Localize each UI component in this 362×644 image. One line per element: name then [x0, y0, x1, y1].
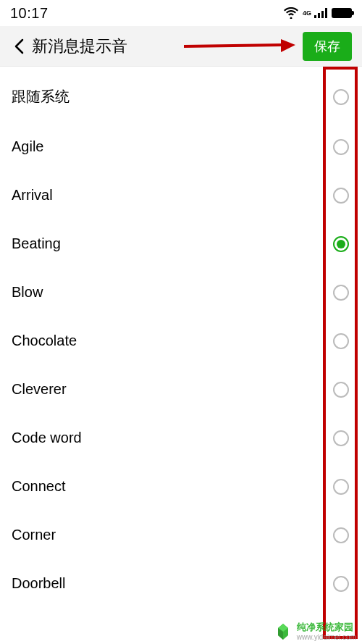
status-bar: 10:17 4G: [0, 0, 362, 26]
header-bar: 新消息提示音 保存: [0, 26, 362, 67]
radio-icon[interactable]: [333, 479, 349, 495]
sound-option[interactable]: Arrival: [0, 171, 362, 219]
sound-option[interactable]: Connect: [0, 462, 362, 511]
sound-option-label: Beating: [12, 235, 61, 252]
radio-icon[interactable]: [333, 139, 349, 155]
svg-rect-3: [325, 8, 327, 18]
battery-icon: [332, 8, 352, 18]
radio-icon[interactable]: [333, 576, 349, 592]
sound-option[interactable]: Agile: [0, 122, 362, 171]
radio-icon[interactable]: [333, 285, 349, 301]
radio-icon[interactable]: [333, 430, 349, 446]
radio-icon[interactable]: [333, 188, 349, 204]
watermark-text: 纯净系统家园 www.yidaimei.com: [297, 622, 356, 640]
watermark: 纯净系统家园 www.yidaimei.com: [274, 622, 356, 641]
sound-option-label: Chocolate: [12, 333, 77, 349]
sound-list: 跟随系统AgileArrivalBeatingBlowChocolateClev…: [0, 67, 362, 608]
signal-icon: [314, 8, 327, 18]
radio-icon[interactable]: [333, 333, 349, 349]
wifi-icon: [284, 7, 298, 19]
sound-option[interactable]: 跟随系统: [0, 71, 362, 122]
sound-option[interactable]: Cleverer: [0, 365, 362, 414]
page-title: 新消息提示音: [32, 35, 127, 57]
sound-option[interactable]: Code word: [0, 414, 362, 462]
sound-option-label: Code word: [12, 430, 82, 446]
sound-option[interactable]: Blow: [0, 268, 362, 317]
save-button[interactable]: 保存: [303, 32, 352, 61]
sound-option[interactable]: Corner: [0, 511, 362, 559]
back-button[interactable]: [9, 38, 29, 54]
radio-icon[interactable]: [333, 236, 349, 252]
svg-rect-0: [314, 15, 316, 18]
network-type-label: 4G: [303, 10, 311, 17]
radio-icon[interactable]: [333, 89, 349, 105]
watermark-logo-icon: [274, 622, 292, 641]
sound-option-label: 跟随系统: [12, 87, 70, 106]
sound-option[interactable]: Chocolate: [0, 317, 362, 365]
sound-option[interactable]: Beating: [0, 219, 362, 268]
status-icons: 4G: [284, 7, 352, 19]
sound-option-label: Agile: [12, 138, 43, 155]
svg-rect-1: [318, 13, 320, 18]
watermark-url: www.yidaimei.com: [297, 633, 356, 641]
sound-option-label: Connect: [12, 478, 66, 495]
radio-icon[interactable]: [333, 382, 349, 398]
svg-rect-2: [321, 11, 324, 18]
status-time: 10:17: [10, 5, 49, 22]
sound-option-label: Blow: [12, 284, 43, 301]
sound-option-label: Arrival: [12, 187, 53, 204]
radio-icon[interactable]: [333, 527, 349, 543]
sound-option-label: Doorbell: [12, 575, 65, 592]
sound-option-label: Corner: [12, 527, 56, 543]
sound-option[interactable]: Doorbell: [0, 559, 362, 608]
sound-option-label: Cleverer: [12, 381, 67, 398]
watermark-title: 纯净系统家园: [297, 622, 356, 632]
